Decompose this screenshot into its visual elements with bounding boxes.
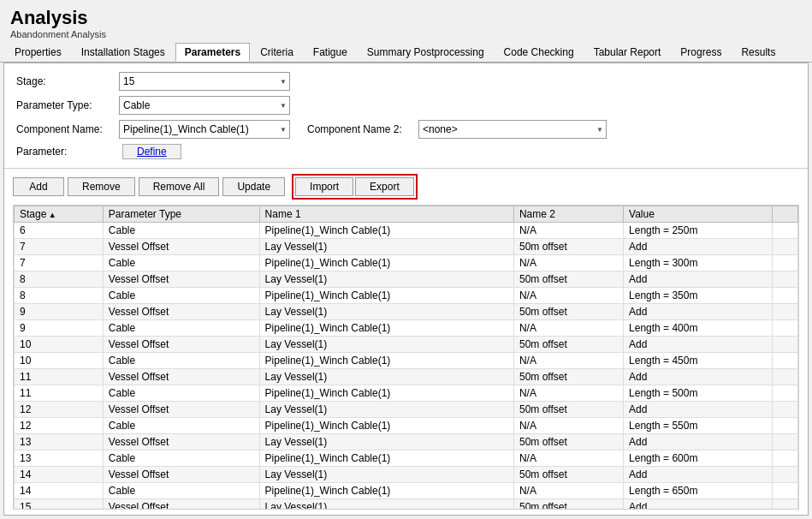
tab-installation-stages[interactable]: Installation Stages	[72, 43, 175, 62]
tab-parameters[interactable]: Parameters	[175, 43, 250, 62]
cell-extra	[773, 499, 798, 510]
cell-stage: 11	[15, 369, 104, 385]
import-button[interactable]: Import	[295, 177, 353, 196]
define-button[interactable]: Define	[122, 144, 181, 159]
cell-extra	[773, 223, 798, 239]
col-name1[interactable]: Name 1	[259, 206, 513, 223]
tab-summary-postprocessing[interactable]: Summary Postprocessing	[358, 43, 494, 62]
col-value[interactable]: Value	[624, 206, 773, 223]
tab-criteria[interactable]: Criteria	[251, 43, 303, 62]
cell-parameter_type: Vessel Offset	[103, 337, 259, 353]
cell-parameter_type: Vessel Offset	[103, 369, 259, 385]
content-area: Stage: 15 Parameter Type: Cable Componen…	[3, 63, 809, 516]
cell-extra	[773, 255, 798, 271]
col-name2[interactable]: Name 2	[513, 206, 623, 223]
cell-value: Length = 650m	[624, 483, 773, 499]
cell-name1: Pipeline(1)_Winch Cable(1)	[259, 223, 513, 239]
component-name-2-select[interactable]: <none>	[418, 120, 607, 139]
cell-name2: N/A	[513, 418, 623, 434]
cell-name2: 50m offset	[513, 402, 623, 418]
cell-stage: 9	[15, 304, 104, 320]
stage-select[interactable]: 15	[119, 72, 290, 91]
component-name-2-label: Component Name 2:	[307, 123, 418, 135]
cell-extra	[773, 402, 798, 418]
table-row[interactable]: 13CablePipeline(1)_Winch Cable(1)N/ALeng…	[15, 450, 798, 467]
cell-name1: Pipeline(1)_Winch Cable(1)	[259, 255, 513, 271]
cell-name1: Pipeline(1)_Winch Cable(1)	[259, 483, 513, 499]
table-row[interactable]: 14Vessel OffsetLay Vessel(1)50m offsetAd…	[15, 467, 798, 483]
table-row[interactable]: 13Vessel OffsetLay Vessel(1)50m offsetAd…	[15, 434, 798, 450]
cell-parameter_type: Vessel Offset	[103, 434, 259, 450]
cell-stage: 9	[15, 320, 104, 337]
update-button[interactable]: Update	[222, 177, 285, 196]
tab-code-checking[interactable]: Code Checking	[495, 43, 584, 62]
cell-name2: 50m offset	[513, 434, 623, 450]
cell-value: Add	[624, 402, 773, 418]
table-row[interactable]: 7Vessel OffsetLay Vessel(1)50m offsetAdd	[15, 239, 798, 255]
cell-name1: Pipeline(1)_Winch Cable(1)	[259, 353, 513, 369]
table-row[interactable]: 7CablePipeline(1)_Winch Cable(1)N/ALengt…	[15, 255, 798, 271]
cell-name1: Lay Vessel(1)	[259, 369, 513, 385]
stage-row: Stage: 15	[16, 72, 796, 91]
table-row[interactable]: 12CablePipeline(1)_Winch Cable(1)N/ALeng…	[15, 418, 798, 434]
tab-properties[interactable]: Properties	[5, 43, 71, 62]
table-row[interactable]: 9CablePipeline(1)_Winch Cable(1)N/ALengt…	[15, 320, 798, 337]
component-name-row: Component Name: Pipeline(1)_Winch Cable(…	[16, 120, 796, 139]
table-row[interactable]: 11Vessel OffsetLay Vessel(1)50m offsetAd…	[15, 369, 798, 385]
cell-value: Add	[624, 467, 773, 483]
parameter-type-select[interactable]: Cable	[119, 96, 290, 115]
cell-name1: Lay Vessel(1)	[259, 271, 513, 288]
cell-extra	[773, 337, 798, 353]
tab-tabular-report[interactable]: Tabular Report	[584, 43, 671, 62]
cell-stage: 13	[15, 434, 104, 450]
app-window: Analysis Abandonment Analysis Properties…	[0, 0, 812, 519]
tab-results[interactable]: Results	[732, 43, 785, 62]
cell-name1: Lay Vessel(1)	[259, 499, 513, 510]
cell-parameter_type: Cable	[103, 385, 259, 402]
cell-name1: Pipeline(1)_Winch Cable(1)	[259, 450, 513, 467]
table-row[interactable]: 10CablePipeline(1)_Winch Cable(1)N/ALeng…	[15, 353, 798, 369]
table-row[interactable]: 11CablePipeline(1)_Winch Cable(1)N/ALeng…	[15, 385, 798, 402]
tab-fatigue[interactable]: Fatigue	[304, 43, 357, 62]
table-row[interactable]: 12Vessel OffsetLay Vessel(1)50m offsetAd…	[15, 402, 798, 418]
remove-all-button[interactable]: Remove All	[139, 177, 220, 196]
parameter-row: Parameter: Define	[16, 144, 796, 159]
col-stage[interactable]: Stage	[15, 206, 104, 223]
cell-name1: Pipeline(1)_Winch Cable(1)	[259, 320, 513, 337]
add-button[interactable]: Add	[13, 177, 64, 196]
cell-name1: Lay Vessel(1)	[259, 467, 513, 483]
table-row[interactable]: 10Vessel OffsetLay Vessel(1)50m offsetAd…	[15, 337, 798, 353]
cell-value: Length = 350m	[624, 288, 773, 304]
cell-extra	[773, 288, 798, 304]
remove-button[interactable]: Remove	[68, 177, 135, 196]
cell-name2: 50m offset	[513, 337, 623, 353]
export-button[interactable]: Export	[355, 177, 414, 196]
table-row[interactable]: 14CablePipeline(1)_Winch Cable(1)N/ALeng…	[15, 483, 798, 499]
tab-progress[interactable]: Progress	[671, 43, 731, 62]
table-scroll[interactable]: Stage Parameter Type Name 1 Name 2 Value…	[14, 206, 798, 509]
component-name-select[interactable]: Pipeline(1)_Winch Cable(1)	[119, 120, 290, 139]
cell-name2: N/A	[513, 223, 623, 239]
table-row[interactable]: 9Vessel OffsetLay Vessel(1)50m offsetAdd	[15, 304, 798, 320]
cell-value: Add	[624, 499, 773, 510]
component-name-select-wrapper: Pipeline(1)_Winch Cable(1)	[119, 120, 290, 139]
table-row[interactable]: 15Vessel OffsetLay Vessel(1)50m offsetAd…	[15, 499, 798, 510]
cell-parameter_type: Cable	[103, 353, 259, 369]
cell-stage: 12	[15, 402, 104, 418]
cell-stage: 6	[15, 223, 104, 239]
cell-name2: N/A	[513, 483, 623, 499]
parameter-type-label: Parameter Type:	[16, 99, 119, 111]
cell-name2: 50m offset	[513, 239, 623, 255]
cell-name2: N/A	[513, 288, 623, 304]
toolbar-section: Add Remove Remove All Update Import Expo…	[4, 169, 808, 205]
table-row[interactable]: 8CablePipeline(1)_Winch Cable(1)N/ALengt…	[15, 288, 798, 304]
col-parameter-type[interactable]: Parameter Type	[103, 206, 259, 223]
cell-parameter_type: Vessel Offset	[103, 239, 259, 255]
cell-extra	[773, 385, 798, 402]
cell-stage: 7	[15, 239, 104, 255]
cell-parameter_type: Cable	[103, 223, 259, 239]
cell-extra	[773, 483, 798, 499]
cell-parameter_type: Cable	[103, 320, 259, 337]
table-row[interactable]: 6CablePipeline(1)_Winch Cable(1)N/ALengt…	[15, 223, 798, 239]
table-row[interactable]: 8Vessel OffsetLay Vessel(1)50m offsetAdd	[15, 271, 798, 288]
